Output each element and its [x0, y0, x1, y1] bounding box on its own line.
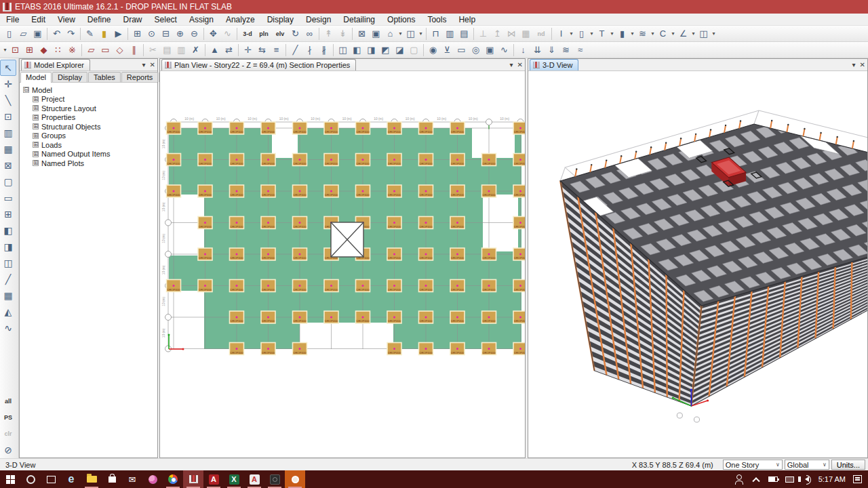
- move-up-story-icon[interactable]: ↟: [321, 27, 336, 41]
- quick-draw-wall-icon[interactable]: ◨: [0, 239, 16, 255]
- units-button[interactable]: Units...: [831, 460, 865, 470]
- quick-draw-frame-icon[interactable]: ▦: [0, 141, 16, 157]
- new-model-icon[interactable]: ▯: [2, 27, 16, 41]
- action-center-button[interactable]: [852, 474, 863, 485]
- expand-box-icon[interactable]: ⊞: [33, 151, 39, 157]
- draw-curve-icon[interactable]: ∿: [0, 320, 16, 336]
- menu-file[interactable]: File: [0, 14, 25, 26]
- tab-model[interactable]: Model: [20, 72, 52, 83]
- tree-item-groups[interactable]: ⊞ Groups: [33, 131, 157, 141]
- menu-display[interactable]: Display: [261, 14, 300, 26]
- slab-section-icon[interactable]: T: [595, 27, 609, 41]
- draw-frame-view-icon[interactable]: ⊓: [429, 27, 443, 41]
- panel-menu-button[interactable]: ▾: [142, 60, 146, 69]
- building-view-options-icon[interactable]: ⌂: [383, 27, 397, 41]
- assign-frame-icon[interactable]: ▭: [454, 43, 469, 57]
- quick-draw-brace-icon[interactable]: ⊠: [0, 157, 16, 174]
- lock-model-icon[interactable]: ▮: [97, 27, 111, 41]
- view-plan-icon[interactable]: pln: [256, 27, 272, 41]
- dimension-line-icon[interactable]: ⇄: [222, 43, 236, 57]
- area-corner-icon[interactable]: ◩: [378, 43, 393, 57]
- zoom-out-icon[interactable]: ⊖: [187, 27, 201, 41]
- joint-view-icon[interactable]: ↥: [490, 27, 505, 41]
- align-objects-icon[interactable]: ≡: [269, 43, 283, 57]
- edge-taskbar-button[interactable]: e: [61, 470, 81, 488]
- edit-frame-icon[interactable]: ╱: [288, 43, 302, 57]
- assign-spring-icon[interactable]: ∿: [497, 43, 511, 57]
- assign-joint-icon[interactable]: ◉: [426, 43, 440, 57]
- dropdown-arrow-icon[interactable]: ▾: [609, 27, 615, 41]
- mesh-area-icon[interactable]: ◫: [336, 43, 350, 57]
- deselect-icon[interactable]: ⊘: [0, 442, 16, 458]
- assign-area-load-icon[interactable]: ⇓: [545, 43, 559, 57]
- select-previous-icon[interactable]: PS: [0, 409, 16, 426]
- tree-item-structure-layout[interactable]: ⊞ Structure Layout: [33, 104, 157, 113]
- tree-root-model[interactable]: ⊟ Model: [23, 85, 157, 95]
- reshape-objects-icon[interactable]: ✛: [0, 76, 16, 92]
- dropdown-arrow-icon[interactable]: ▾: [589, 27, 595, 41]
- window-close-button[interactable]: ✕: [517, 60, 523, 69]
- expand-box-icon[interactable]: ⊞: [33, 115, 39, 121]
- draw-joint-icon[interactable]: ⊡: [8, 43, 22, 57]
- frame-view-icon[interactable]: ⋈: [505, 27, 519, 41]
- copy-icon[interactable]: ▤: [160, 43, 174, 57]
- merge-towers-icon[interactable]: ▲: [208, 43, 222, 57]
- chrome-taskbar-button[interactable]: [163, 470, 183, 488]
- tab-tables[interactable]: Tables: [88, 72, 121, 82]
- dropdown-arrow-icon[interactable]: ▾: [397, 27, 403, 41]
- etabs-taskbar-button[interactable]: [183, 470, 203, 488]
- people-icon[interactable]: [734, 474, 745, 485]
- save-model-icon[interactable]: ▣: [31, 27, 45, 41]
- window-menu-button[interactable]: ▾: [510, 60, 513, 69]
- menu-assign[interactable]: Assign: [183, 14, 220, 26]
- task-view-button[interactable]: [41, 470, 61, 488]
- door-section-icon[interactable]: ◫: [696, 27, 711, 41]
- nd-label-icon[interactable]: nd: [533, 27, 549, 41]
- draw-brace-icon[interactable]: ※: [65, 43, 79, 57]
- quick-draw-floor-icon[interactable]: ⊞: [0, 206, 16, 222]
- join-frame-icon[interactable]: ∦: [317, 43, 331, 57]
- autocad-taskbar-button[interactable]: A: [244, 470, 264, 488]
- replicate-icon[interactable]: ⇆: [255, 43, 269, 57]
- assign-joint-load-icon[interactable]: ↓: [516, 43, 530, 57]
- menu-edit[interactable]: Edit: [25, 14, 52, 26]
- dropdown-arrow-icon[interactable]: ▾: [629, 27, 635, 41]
- expand-box-icon[interactable]: ⊞: [33, 142, 39, 148]
- menu-define[interactable]: Define: [81, 14, 117, 26]
- run-analysis-icon[interactable]: ▶: [111, 27, 125, 41]
- tab-reports[interactable]: Reports: [121, 72, 159, 82]
- tree-item-loads[interactable]: ⊞ Loads: [33, 140, 157, 150]
- draw-special-joint-icon[interactable]: ⊡: [0, 108, 16, 125]
- dropdown-arrow-icon[interactable]: ▾: [650, 27, 656, 41]
- zoom-full-view-icon[interactable]: ⊙: [144, 27, 159, 41]
- network-status[interactable]: [785, 474, 795, 485]
- menu-view[interactable]: View: [52, 14, 81, 26]
- mail-taskbar-button[interactable]: ✉: [122, 470, 142, 488]
- draw-link-icon[interactable]: ╱: [0, 271, 16, 287]
- zoom-rubber-band-icon[interactable]: ⊞: [130, 27, 144, 41]
- start-button[interactable]: [0, 470, 20, 488]
- draw-rect-floor-icon[interactable]: ▭: [0, 190, 16, 206]
- excel-taskbar-button[interactable]: X: [224, 470, 244, 488]
- object-shrink-toggle-icon[interactable]: ⊠: [355, 27, 369, 41]
- select-all-icon[interactable]: all: [0, 393, 16, 409]
- draw-wall-icon[interactable]: ∥: [127, 43, 141, 57]
- tree-item-structural-objects[interactable]: ⊞ Structural Objects: [33, 122, 157, 131]
- panel-close-button[interactable]: ✕: [150, 60, 155, 69]
- paste-icon[interactable]: ▥: [174, 43, 189, 57]
- measure-icon[interactable]: ∿: [220, 27, 235, 41]
- expand-box-icon[interactable]: ⊞: [33, 105, 39, 111]
- expand-box-icon[interactable]: ⊞: [33, 123, 39, 129]
- dropdown-arrow-icon[interactable]: ▾: [2, 43, 8, 57]
- plan-drawing[interactable]: 10 (m)10 (m)10 (m)10 (m)10 (m)10 (m)10 (…: [160, 71, 525, 458]
- assign-shell-icon[interactable]: ▣: [483, 43, 497, 57]
- draw-area-icon[interactable]: ▱: [84, 43, 98, 57]
- 3d-model-view[interactable]: [528, 71, 867, 458]
- draw-window-icon[interactable]: ◫: [0, 255, 16, 271]
- assign-temperature-icon[interactable]: ≈: [573, 43, 587, 57]
- move-down-story-icon[interactable]: ↡: [336, 27, 350, 41]
- 3d-view-tab[interactable]: 3-D View: [530, 59, 578, 70]
- tendon-section-icon[interactable]: ≋: [635, 27, 650, 41]
- view-3d-icon[interactable]: 3-d: [239, 27, 256, 41]
- menu-design[interactable]: Design: [300, 14, 337, 26]
